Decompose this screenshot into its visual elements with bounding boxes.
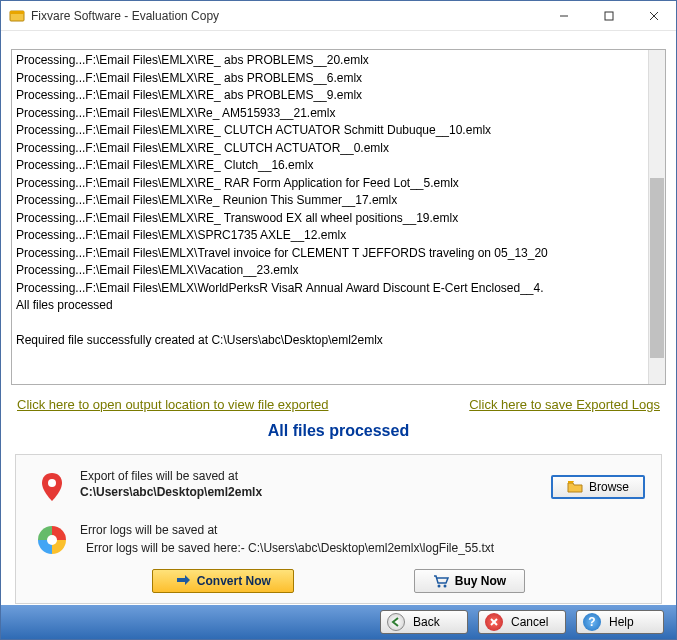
back-arrow-icon (387, 613, 405, 631)
svg-point-9 (443, 585, 446, 588)
close-button[interactable] (631, 1, 676, 31)
log-line (16, 315, 661, 333)
scrollbar-thumb[interactable] (650, 178, 664, 358)
error-path: Error logs will be saved here:- C:\Users… (80, 541, 535, 555)
minimize-button[interactable] (541, 1, 586, 31)
log-line: Processing...F:\Email Files\EMLX\RE_ abs… (16, 52, 661, 70)
action-row: Convert Now Buy Now (16, 565, 661, 601)
export-path: C:\Users\abc\Desktop\eml2emlx (80, 485, 535, 499)
log-line: Processing...F:\Email Files\EMLX\Travel … (16, 245, 661, 263)
buy-label: Buy Now (455, 574, 506, 588)
stub-text (1, 31, 676, 49)
back-button[interactable]: Back (380, 610, 468, 634)
title-bar: Fixvare Software - Evaluation Copy (1, 1, 676, 31)
svg-point-6 (48, 479, 56, 487)
svg-rect-1 (10, 11, 24, 14)
folder-icon (567, 480, 583, 494)
log-line: Processing...F:\Email Files\EMLX\SPRC173… (16, 227, 661, 245)
convert-icon (175, 574, 191, 588)
buy-now-button[interactable]: Buy Now (414, 569, 525, 593)
log-line: Processing...F:\Email Files\EMLX\RE_ RAR… (16, 175, 661, 193)
cancel-icon (485, 613, 503, 631)
svg-rect-3 (605, 12, 613, 20)
convert-label: Convert Now (197, 574, 271, 588)
cancel-label: Cancel (511, 615, 548, 629)
log-line: Processing...F:\Email Files\EMLX\RE_ CLU… (16, 122, 661, 140)
log-line: Processing...F:\Email Files\EMLX\Re_ Reu… (16, 192, 661, 210)
svg-point-7 (47, 535, 57, 545)
svg-point-8 (437, 585, 440, 588)
help-icon: ? (583, 613, 601, 631)
back-label: Back (413, 615, 440, 629)
wizard-footer: Back Cancel ? Help (1, 605, 676, 639)
log-line: Processing...F:\Email Files\EMLX\RE_ Tra… (16, 210, 661, 228)
log-line: All files processed (16, 297, 661, 315)
cancel-button[interactable]: Cancel (478, 610, 566, 634)
error-label: Error logs will be saved at (80, 523, 535, 537)
log-line: Processing...F:\Email Files\EMLX\RE_ Clu… (16, 157, 661, 175)
help-label: Help (609, 615, 634, 629)
export-location-row: Export of files will be saved at C:\User… (16, 465, 661, 519)
log-line: Processing...F:\Email Files\EMLX\WorldPe… (16, 280, 661, 298)
browse-button[interactable]: Browse (551, 475, 645, 499)
app-logo-icon (9, 8, 25, 24)
links-row: Click here to open output location to vi… (1, 385, 676, 416)
settings-panel: Export of files will be saved at C:\User… (15, 454, 662, 604)
export-label: Export of files will be saved at (80, 469, 535, 483)
status-message: All files processed (1, 422, 676, 440)
help-button[interactable]: ? Help (576, 610, 664, 634)
log-line: Processing...F:\Email Files\EMLX\Vacatio… (16, 262, 661, 280)
browse-label: Browse (589, 480, 629, 494)
map-pin-icon (32, 469, 72, 503)
cart-icon (433, 574, 449, 588)
pie-chart-icon (32, 523, 72, 555)
log-output: Processing...F:\Email Files\EMLX\RE_ abs… (11, 49, 666, 385)
window-title: Fixvare Software - Evaluation Copy (31, 9, 541, 23)
log-line: Processing...F:\Email Files\EMLX\RE_ abs… (16, 87, 661, 105)
log-scrollbar[interactable] (648, 50, 665, 384)
error-log-row: Error logs will be saved at Error logs w… (16, 519, 661, 565)
convert-now-button[interactable]: Convert Now (152, 569, 294, 593)
log-line: Processing...F:\Email Files\EMLX\Re_ AM5… (16, 105, 661, 123)
log-line: Required file successfully created at C:… (16, 332, 661, 350)
open-output-link[interactable]: Click here to open output location to vi… (17, 397, 328, 412)
maximize-button[interactable] (586, 1, 631, 31)
log-line: Processing...F:\Email Files\EMLX\RE_ abs… (16, 70, 661, 88)
log-line: Processing...F:\Email Files\EMLX\RE_ CLU… (16, 140, 661, 158)
save-logs-link[interactable]: Click here to save Exported Logs (469, 397, 660, 412)
